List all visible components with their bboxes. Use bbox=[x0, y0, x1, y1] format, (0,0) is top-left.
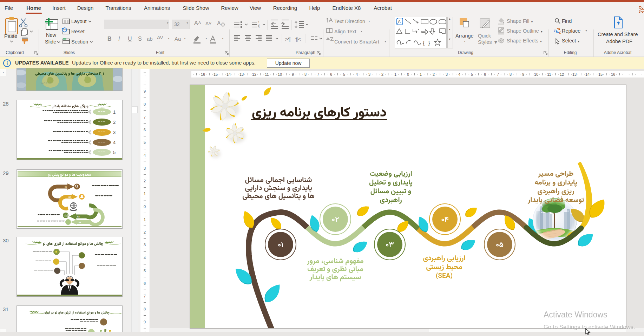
svg-text:7: 7 bbox=[317, 72, 319, 76]
svg-text:3: 3 bbox=[258, 26, 259, 28]
svg-text:4: 4 bbox=[144, 153, 146, 157]
svg-text:8: 8 bbox=[510, 72, 512, 76]
svg-text:8: 8 bbox=[144, 307, 146, 311]
svg-text:12: 12 bbox=[252, 72, 256, 76]
svg-text:c: c bbox=[559, 30, 561, 35]
svg-text:6: 6 bbox=[144, 128, 146, 132]
svg-text:12: 12 bbox=[560, 72, 564, 76]
svg-text:4: 4 bbox=[458, 72, 460, 76]
svg-text:15: 15 bbox=[598, 72, 603, 76]
svg-text:>¶: >¶ bbox=[285, 36, 291, 42]
svg-text:16: 16 bbox=[201, 72, 205, 76]
svg-text:10: 10 bbox=[278, 72, 282, 76]
svg-text:2: 2 bbox=[258, 23, 259, 26]
svg-text:6: 6 bbox=[484, 72, 486, 76]
svg-text:A: A bbox=[398, 19, 401, 24]
svg-text:2: 2 bbox=[381, 72, 383, 76]
svg-text:3: 3 bbox=[144, 166, 146, 170]
svg-text:15: 15 bbox=[213, 72, 218, 76]
svg-text:5: 5 bbox=[471, 72, 473, 76]
svg-text:1: 1 bbox=[258, 21, 259, 23]
svg-text:6: 6 bbox=[144, 281, 146, 285]
svg-text:1: 1 bbox=[394, 72, 396, 76]
svg-text:01: 01 bbox=[65, 186, 67, 188]
svg-text:9: 9 bbox=[522, 72, 524, 76]
svg-text:9: 9 bbox=[144, 89, 146, 93]
svg-text:14: 14 bbox=[585, 72, 590, 76]
svg-text:7: 7 bbox=[144, 115, 146, 119]
svg-text:New: New bbox=[46, 32, 57, 38]
svg-text:Reset: Reset bbox=[71, 29, 85, 34]
svg-text:A: A bbox=[217, 20, 221, 26]
svg-text:04: 04 bbox=[79, 221, 81, 223]
svg-text:2: 2 bbox=[433, 72, 435, 76]
svg-text:Slide: Slide bbox=[45, 39, 56, 45]
svg-text:10: 10 bbox=[534, 72, 538, 76]
svg-text:03: 03 bbox=[77, 216, 80, 218]
svg-text:0: 0 bbox=[407, 72, 409, 76]
svg-text:5: 5 bbox=[144, 140, 146, 145]
svg-text:13: 13 bbox=[239, 72, 244, 76]
svg-text:2: 2 bbox=[113, 120, 116, 125]
svg-text:9: 9 bbox=[292, 72, 294, 76]
svg-text:2: 2 bbox=[144, 230, 146, 234]
svg-text:13: 13 bbox=[572, 72, 577, 76]
svg-text:3: 3 bbox=[446, 72, 448, 76]
svg-text:{: { bbox=[423, 40, 425, 46]
svg-text:Layout: Layout bbox=[71, 19, 87, 24]
svg-text:}: } bbox=[428, 40, 430, 46]
svg-text:8: 8 bbox=[304, 72, 307, 76]
svg-text:5: 5 bbox=[343, 72, 345, 76]
svg-text:3: 3 bbox=[368, 72, 370, 76]
svg-text:Section: Section bbox=[71, 39, 88, 45]
svg-text:9: 9 bbox=[144, 320, 146, 324]
svg-text:1: 1 bbox=[144, 217, 146, 222]
svg-text:b: b bbox=[554, 28, 557, 33]
svg-text:5: 5 bbox=[144, 269, 146, 273]
svg-text:WORLD: WORLD bbox=[41, 82, 52, 85]
svg-text:1: 1 bbox=[144, 191, 146, 196]
svg-text:11: 11 bbox=[547, 72, 551, 76]
svg-text:3: 3 bbox=[113, 130, 116, 135]
svg-text:2: 2 bbox=[144, 179, 146, 183]
svg-text:7: 7 bbox=[497, 72, 499, 76]
svg-text:6: 6 bbox=[330, 72, 332, 76]
svg-text:Paste: Paste bbox=[4, 33, 17, 39]
svg-text:3: 3 bbox=[144, 243, 146, 247]
svg-text:7: 7 bbox=[144, 294, 146, 298]
svg-text:4: 4 bbox=[113, 140, 116, 145]
svg-text:11: 11 bbox=[265, 72, 269, 76]
svg-text:4: 4 bbox=[356, 72, 358, 76]
svg-text:14: 14 bbox=[226, 72, 231, 76]
svg-text:1: 1 bbox=[113, 109, 116, 115]
svg-text:0: 0 bbox=[144, 204, 146, 209]
svg-text:8: 8 bbox=[144, 102, 146, 106]
svg-text:¶<: ¶< bbox=[295, 36, 301, 42]
svg-text:4: 4 bbox=[144, 256, 146, 260]
svg-text:1: 1 bbox=[420, 72, 422, 76]
svg-text:5: 5 bbox=[113, 150, 116, 155]
svg-text:16: 16 bbox=[611, 72, 615, 76]
svg-text:02: 02 bbox=[68, 196, 71, 198]
